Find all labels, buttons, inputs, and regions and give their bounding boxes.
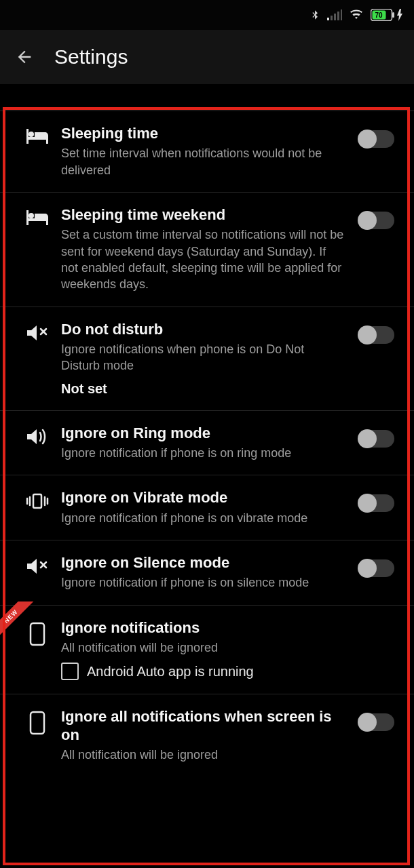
svg-text:70: 70 [375,12,383,19]
toggle-sleeping-time-weekend[interactable] [359,212,394,229]
setting-desc: Set time interval when notifications wou… [61,145,346,178]
phone-outline-icon [29,622,45,649]
volume-mute-icon [26,557,49,578]
vibrate-icon [26,492,49,513]
setting-desc: All notification will be ignored [61,639,346,656]
toggle-sleeping-time[interactable] [359,130,394,148]
toggle-ignore-silence[interactable] [359,559,394,577]
setting-title: Ignore notifications [61,619,346,637]
setting-title: Ignore on Vibrate mode [61,489,346,507]
toggle-ignore-vibrate[interactable] [359,494,394,512]
svg-rect-2 [334,14,336,20]
setting-title: Sleeping time weekend [61,206,346,224]
toggle-ignore-screen-on[interactable] [359,713,394,731]
setting-title: Ignore on Silence mode [61,554,346,572]
setting-do-not-disturb[interactable]: Do not disturb Ignore notifications when… [0,307,414,411]
svg-rect-3 [337,12,339,20]
setting-ignore-silence[interactable]: Ignore on Silence mode Ignore notificati… [0,540,414,606]
setting-desc: Ignore notification if phone is on silen… [61,574,346,591]
bed-icon [25,127,50,148]
volume-on-icon [26,427,49,449]
arrow-left-icon [15,47,34,66]
phone-outline-icon [29,711,45,738]
wifi-icon [349,9,364,21]
battery-icon: 70 [371,9,403,21]
setting-value: Not set [61,381,346,397]
checkbox-android-auto[interactable] [61,663,79,680]
setting-title: Ignore on Ring mode [61,425,346,442]
checkbox-row[interactable]: Android Auto app is running [61,663,346,680]
svg-rect-1 [331,16,333,20]
page-title: Settings [54,45,128,68]
back-button[interactable] [11,43,38,71]
status-bar: 70 [0,0,414,30]
svg-rect-4 [341,9,342,20]
setting-ignore-notifications-auto[interactable]: NEW Ignore notifications All notificatio… [0,606,414,695]
setting-title: Do not disturb [61,321,346,338]
svg-rect-11 [31,712,44,734]
setting-desc: Ignore notification if phone is on vibra… [61,510,346,526]
volume-mute-icon [26,323,49,345]
toggle-do-not-disturb[interactable] [359,326,394,344]
setting-ignore-vibrate[interactable]: Ignore on Vibrate mode Ignore notificati… [0,475,414,540]
settings-list: Sleeping time Set time interval when not… [0,84,414,776]
checkbox-label: Android Auto app is running [87,664,254,679]
setting-ignore-screen-on[interactable]: Ignore all notifications when screen is … [0,694,414,776]
setting-ignore-ring[interactable]: Ignore on Ring mode Ignore notification … [0,411,414,476]
svg-rect-6 [392,12,394,18]
svg-rect-9 [33,494,41,508]
setting-title: Sleeping time [61,125,346,142]
app-bar: Settings [0,30,414,84]
svg-rect-10 [31,623,44,645]
bed-icon [25,209,50,229]
svg-rect-0 [327,18,329,20]
setting-desc: Ignore notification if phone is on ring … [61,445,346,461]
setting-desc: All notification will be ignored [61,747,346,763]
setting-desc: Set a custom time interval so notificati… [61,226,346,292]
toggle-ignore-ring[interactable] [359,430,394,448]
partial-previous-row [0,84,414,111]
setting-desc: Ignore notifications when phone is on Do… [61,341,346,374]
setting-sleeping-time-weekend[interactable]: Sleeping time weekend Set a custom time … [0,193,414,307]
bluetooth-icon [309,8,320,22]
setting-title: Ignore all notifications when screen is … [61,708,346,744]
cellular-signal-icon [327,9,342,20]
setting-sleeping-time[interactable]: Sleeping time Set time interval when not… [0,111,414,193]
